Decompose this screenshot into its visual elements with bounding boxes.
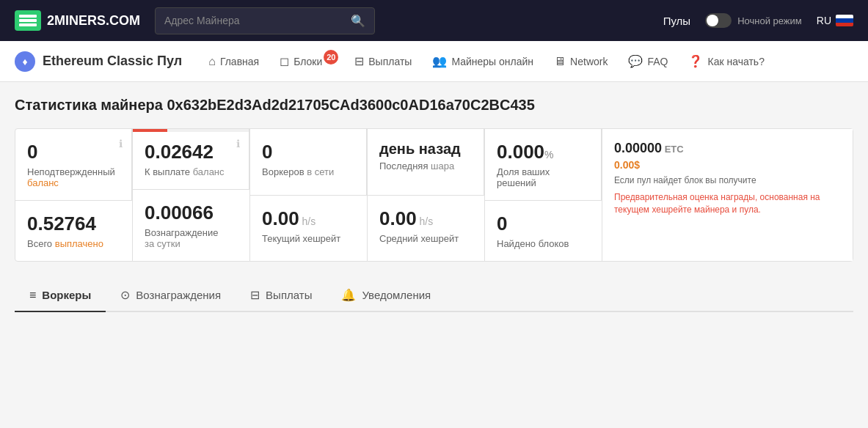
stat-reward-day: 0.00066 Вознаграждение за сутки [133,190,249,261]
nav-item-howto[interactable]: ❓ Как начать? [679,48,773,74]
main-content: Статистика майнера 0x632bE2d3Ad2d21705CA… [0,82,868,327]
workers-tab-icon: ≡ [29,289,36,302]
payouts-icon: ⊟ [354,54,364,68]
if-block-value: 0.00000 ETC [614,141,841,156]
col-group-5: 0.000% Доля ваших решений 0 Найдено блок… [485,129,602,261]
miners-icon: 👥 [432,54,447,68]
nav-item-blocks[interactable]: ◻ Блоки 20 [271,48,343,74]
estimate-label: Предварительная оценка награды, основанн… [614,191,841,216]
blocks-found-value: 0 [497,213,590,235]
secondary-navigation: ♦ Ethereum Classic Пул ⌂ Главная ◻ Блоки… [0,41,868,82]
pools-link[interactable]: Пулы [663,15,691,27]
top-nav-right: Пулы Ночной режим RU [663,13,853,28]
col-group-1: ℹ 0 Неподтвержденный баланс 0.52764 Всег… [15,129,133,261]
stat-workers: 0 Воркеров в сети [250,129,367,196]
col-group-3: 0 Воркеров в сети 0.00 h/s Текущий хешре… [250,129,368,261]
blocks-found-label: Найдено блоков [497,238,590,249]
topay-value: 0.02642 [145,141,237,163]
tab-rewards[interactable]: ⊙ Вознаграждения [106,279,236,312]
current-hashrate-label: Текущий хешрейт [262,233,355,244]
top-navigation: 2MINERS.COM 🔍 Пулы Ночной режим RU [0,0,868,41]
logo[interactable]: 2MINERS.COM [15,10,140,31]
search-bar: 🔍 [155,7,375,34]
nav-item-faq[interactable]: 💬 FAQ [619,48,676,74]
home-icon: ⌂ [208,55,216,68]
stat-share-percent: 0.000% Доля ваших решений [485,129,602,201]
toggle-switch[interactable] [705,13,732,28]
flag-icon [836,15,853,26]
unconfirmed-value: 0 [27,141,120,163]
rewards-tab-icon: ⊙ [120,288,130,302]
col-group-2: ℹ 0.02642 К выплате баланс 0.00066 Возна… [133,129,250,261]
reward-day-value: 0.00066 [145,202,238,224]
share-percent-value: 0.000% [497,141,589,163]
stat-blocks-found: 0 Найдено блоков [485,201,602,261]
topay-label: К выплате баланс [145,166,237,177]
total-paid-label: Всего выплачено [27,238,120,249]
search-button[interactable]: 🔍 [342,8,374,34]
brand-logo: ♦ Ethereum Classic Пул [15,51,182,72]
info-icon-unconfirmed[interactable]: ℹ [119,138,123,150]
night-mode-toggle: Ночной режим [705,13,802,28]
col-group-4: день назад Последняя шара 0.00 h/s Средн… [368,129,485,261]
current-hashrate-value: 0.00 h/s [262,207,355,230]
tab-workers[interactable]: ≡ Воркеры [15,279,106,312]
svg-rect-2 [19,23,37,26]
workers-label: Воркеров в сети [262,166,354,177]
total-paid-value: 0.52764 [27,213,120,235]
brand-name: Ethereum Classic Пул [43,54,182,69]
stat-unconfirmed: ℹ 0 Неподтвержденный баланс [15,129,132,201]
avg-hashrate-value: 0.00 h/s [379,207,473,230]
progress-bar [133,129,167,132]
blocks-icon: ◻ [280,54,289,68]
howto-icon: ❓ [688,54,703,68]
stats-grid: ℹ 0 Неподтвержденный баланс 0.52764 Всег… [15,128,853,262]
stat-last-share: день назад Последняя шара [368,129,484,196]
info-icon-topay[interactable]: ℹ [236,138,240,150]
nav-items: ⌂ Главная ◻ Блоки 20 ⊟ Выплаты 👥 Майнеры… [200,48,773,74]
reward-day-label: Вознаграждение за сутки [145,227,238,249]
language-selector[interactable]: RU [817,15,853,26]
eth-icon: ♦ [15,51,35,72]
nav-item-network[interactable]: 🖥 Network [545,49,616,74]
nav-item-miners[interactable]: 👥 Майнеры онлайн [423,48,542,74]
tabs: ≡ Воркеры ⊙ Вознаграждения ⊟ Выплаты 🔔 У… [15,279,853,312]
progress-bar-container [133,129,249,132]
stat-to-pay: ℹ 0.02642 К выплате баланс [133,129,249,190]
stat-total-paid: 0.52764 Всего выплачено [15,201,132,261]
if-block-label: Если пул найдет блок вы получите [614,175,841,185]
tab-payouts[interactable]: ⊟ Выплаты [236,279,327,312]
page-title: Статистика майнера 0x632bE2d3Ad2d21705CA… [15,97,853,114]
share-percent-label: Доля ваших решений [497,166,589,188]
search-input[interactable] [156,9,342,32]
avg-hashrate-label: Средний хешрейт [379,233,473,244]
stat-current-hashrate: 0.00 h/s Текущий хешрейт [250,196,367,262]
svg-rect-1 [19,19,37,22]
unconfirmed-label: Неподтвержденный баланс [27,166,120,188]
last-share-label: Последняя шара [379,160,472,171]
payouts-tab-icon: ⊟ [250,288,260,302]
stat-if-block: 0.00000 ETC 0.00$ Если пул найдет блок в… [602,129,853,261]
workers-value: 0 [262,141,354,163]
nav-item-home[interactable]: ⌂ Главная [200,49,268,74]
network-icon: 🖥 [554,55,566,68]
svg-rect-0 [19,15,37,18]
tab-notifications[interactable]: 🔔 Уведомления [327,279,445,312]
stat-avg-hashrate: 0.00 h/s Средний хешрейт [368,196,484,262]
logo-icon [15,10,41,31]
nav-item-payouts[interactable]: ⊟ Выплаты [346,48,420,74]
blocks-badge: 20 [324,50,338,64]
faq-icon: 💬 [628,54,643,68]
if-block-usd: 0.00$ [614,159,841,171]
notifications-tab-icon: 🔔 [341,288,356,302]
last-share-value: день назад [379,141,472,158]
